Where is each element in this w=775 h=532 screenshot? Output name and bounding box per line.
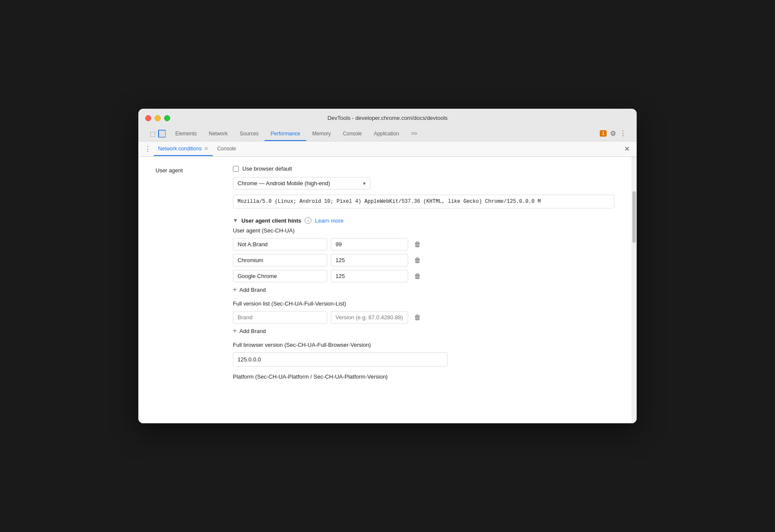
window-title: DevTools - developer.chrome.com/docs/dev… — [327, 115, 448, 121]
settings-icon[interactable]: ⚙ — [610, 129, 616, 138]
tab-console[interactable]: Console — [337, 127, 368, 141]
client-hints-title: User agent client hints — [241, 217, 301, 224]
scrollbar[interactable] — [632, 157, 637, 423]
use-browser-default-row: Use browser default — [233, 165, 614, 172]
delete-brand-icon-2[interactable]: 🗑 — [412, 270, 424, 282]
tab-menu-icon[interactable]: ⋮ — [142, 145, 154, 153]
network-conditions-label: Network conditions — [158, 146, 201, 152]
use-browser-default-label: Use browser default — [242, 165, 292, 172]
tab-network-conditions[interactable]: Network conditions ✕ — [154, 142, 213, 156]
full-version-brand-input[interactable] — [233, 311, 327, 324]
brand-name-input-0[interactable] — [233, 238, 327, 251]
user-agent-label: User agent — [156, 165, 233, 174]
toolbar-icons-right: 1 ⚙ ⋮ — [596, 129, 630, 141]
main-panel: User agent Use browser default Chrome — … — [138, 157, 632, 423]
tab-sources[interactable]: Sources — [234, 127, 265, 141]
close-drawer-icon[interactable]: ✕ — [621, 141, 633, 156]
content-area: User agent Use browser default Chrome — … — [138, 157, 637, 423]
client-hints-divider: ▼ User agent client hints i Learn more U… — [233, 217, 614, 380]
tab-elements[interactable]: Elements — [169, 127, 203, 141]
full-browser-version-section: Full browser version (Sec-CH-UA-Full-Bro… — [233, 342, 614, 367]
add-brand-button-1[interactable]: + Add Brand — [233, 286, 614, 294]
minimize-button[interactable] — [155, 115, 161, 121]
brand-row-1: 🗑 — [233, 254, 614, 266]
close-button[interactable] — [145, 115, 151, 121]
secondary-tab-bar: ⋮ Network conditions ✕ Console ✕ — [138, 141, 637, 157]
hints-toggle-icon[interactable]: ▼ — [233, 217, 238, 223]
brand-name-input-1[interactable] — [233, 254, 327, 266]
brand-version-input-1[interactable] — [331, 254, 408, 266]
tab-console-secondary[interactable]: Console — [213, 142, 240, 156]
more-options-icon[interactable]: ⋮ — [619, 129, 626, 138]
scrollbar-thumb[interactable] — [632, 191, 636, 243]
ua-profile-select-row: Chrome — Android Mobile (high-end) ▾ — [233, 177, 614, 190]
full-version-version-input[interactable] — [331, 311, 408, 324]
add-brand-label-1: Add Brand — [239, 287, 265, 293]
full-browser-version-input[interactable] — [233, 352, 448, 367]
hints-header: ▼ User agent client hints i Learn more — [233, 217, 614, 224]
tab-network[interactable]: Network — [203, 127, 234, 141]
full-browser-version-label: Full browser version (Sec-CH-UA-Full-Bro… — [233, 342, 614, 348]
issues-badge[interactable]: 1 — [600, 130, 607, 137]
brand-version-input-2[interactable] — [331, 270, 408, 282]
ua-profile-dropdown[interactable]: Chrome — Android Mobile (high-end) ▾ — [233, 177, 370, 190]
user-agent-section: User agent Use browser default Chrome — … — [156, 165, 614, 385]
chevron-down-icon: ▾ — [363, 180, 366, 187]
brand-row-0: 🗑 — [233, 238, 614, 251]
traffic-lights — [145, 115, 170, 121]
info-icon[interactable]: i — [305, 217, 311, 224]
delete-brand-icon-1[interactable]: 🗑 — [412, 254, 424, 266]
platform-section: Platform (Sec-CH-UA-Platform / Sec-CH-UA… — [233, 373, 614, 380]
selector-icon[interactable]: ⬚ — [149, 130, 156, 138]
inspector-icon[interactable]: ⬜ — [158, 130, 166, 138]
user-agent-content: Use browser default Chrome — Android Mob… — [233, 165, 614, 385]
sec-ch-ua-label: User agent (Sec-CH-UA) — [233, 227, 614, 234]
use-browser-default-checkbox[interactable] — [233, 166, 239, 172]
full-version-label: Full version list (Sec-CH-UA-Full-Versio… — [233, 300, 614, 307]
title-bar: DevTools - developer.chrome.com/docs/dev… — [138, 109, 637, 141]
toolbar-icons-left: ⬚ ⬜ — [145, 130, 169, 141]
console-label: Console — [217, 146, 236, 152]
plus-icon-1: + — [233, 286, 237, 294]
add-brand-button-2[interactable]: + Add Brand — [233, 327, 614, 335]
brand-row-2: 🗑 — [233, 270, 614, 282]
full-version-brand-row: 🗑 — [233, 311, 614, 324]
ua-string-input[interactable] — [233, 195, 614, 208]
tab-application[interactable]: Application — [368, 127, 405, 141]
delete-full-version-icon[interactable]: 🗑 — [412, 312, 424, 324]
main-tab-bar: ⬚ ⬜ Elements Network Sources Performance… — [145, 127, 630, 141]
network-conditions-close-icon[interactable]: ✕ — [204, 146, 208, 152]
add-brand-label-2: Add Brand — [239, 328, 265, 334]
maximize-button[interactable] — [164, 115, 170, 121]
brand-name-input-2[interactable] — [233, 270, 327, 282]
tab-memory[interactable]: Memory — [306, 127, 337, 141]
full-version-section: Full version list (Sec-CH-UA-Full-Versio… — [233, 300, 614, 335]
platform-label: Platform (Sec-CH-UA-Platform / Sec-CH-UA… — [233, 373, 614, 380]
tab-performance[interactable]: Performance — [265, 127, 306, 141]
delete-brand-icon-0[interactable]: 🗑 — [412, 238, 424, 251]
ua-profile-value: Chrome — Android Mobile (high-end) — [238, 180, 330, 187]
devtools-window: DevTools - developer.chrome.com/docs/dev… — [138, 109, 637, 423]
brand-version-input-0[interactable] — [331, 238, 408, 251]
plus-icon-2: + — [233, 327, 237, 335]
tab-more[interactable]: >> — [405, 127, 423, 141]
learn-more-link[interactable]: Learn more — [315, 217, 343, 224]
